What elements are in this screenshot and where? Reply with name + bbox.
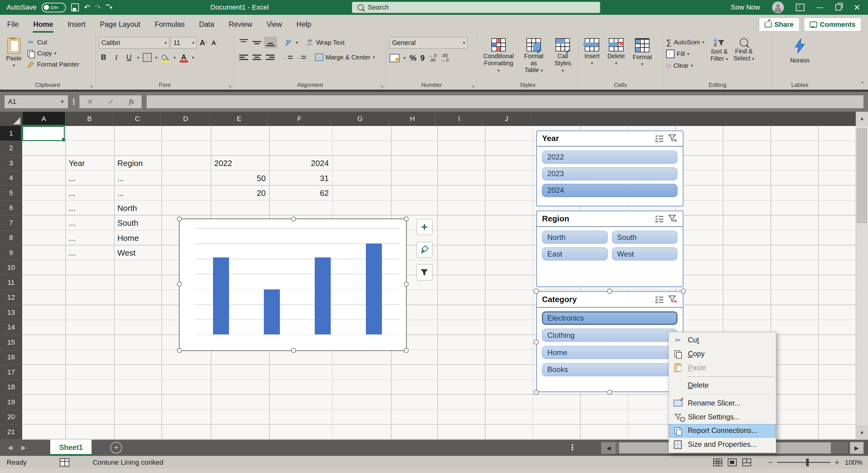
menu-item-slicer-settings[interactable]: Slicer Settings... [669, 410, 776, 424]
cell-c7[interactable]: South [118, 215, 138, 230]
page-break-view-button[interactable] [740, 456, 754, 469]
nonion-button[interactable]: Nonion [776, 37, 823, 65]
column-header-e[interactable]: E [210, 112, 268, 126]
zoom-slider[interactable] [777, 462, 830, 463]
column-header-f[interactable]: F [268, 112, 331, 126]
clear-button[interactable]: ◇Clear ▾ [666, 60, 704, 71]
row-header[interactable]: 21 [0, 425, 22, 439]
row-header[interactable]: 8 [0, 231, 22, 245]
menu-item-copy[interactable]: Copy [669, 347, 776, 361]
column-header-c[interactable]: C [114, 112, 161, 126]
tab-data[interactable]: Data [192, 15, 221, 34]
chart-styles-button[interactable] [416, 242, 432, 258]
clear-filter-icon[interactable] [668, 134, 678, 143]
cell-e4[interactable]: 50 [211, 171, 266, 186]
merge-center-button[interactable]: ↔ Marge & Center ▾ [315, 52, 375, 63]
row-header[interactable]: 2 [0, 141, 22, 156]
comments-button[interactable]: Comments [804, 18, 862, 31]
slicer-item-2024[interactable]: 2024 [542, 184, 678, 197]
row-header[interactable]: 3 [0, 156, 22, 171]
row-header[interactable]: 12 [0, 291, 22, 305]
align-middle-button[interactable] [251, 37, 263, 48]
sheet-nav-right-icon[interactable]: ▶ [21, 444, 26, 451]
slicer-resize-handle[interactable] [533, 289, 538, 294]
column-header-h[interactable]: H [389, 112, 436, 126]
share-button[interactable]: Share [759, 18, 799, 31]
tab-file[interactable]: File [0, 15, 26, 34]
cell-c6[interactable]: North [118, 201, 137, 215]
row-header[interactable]: 19 [0, 395, 22, 410]
copy-button[interactable]: Copy ▾ [27, 48, 79, 59]
vertical-scroll-thumb[interactable] [857, 128, 867, 223]
number-format-combo[interactable]: General▾ [390, 37, 468, 49]
slicer-item-clothing[interactable]: Clothing [542, 329, 678, 342]
menu-item-cut[interactable]: ✂ Cut [669, 333, 776, 347]
embedded-bar-chart[interactable] [179, 218, 407, 351]
bold-button[interactable]: B [99, 53, 108, 63]
menu-item-delete[interactable]: Delete [669, 378, 776, 392]
slicer-item-2023[interactable]: 2023 [542, 167, 678, 180]
cut-button[interactable]: ✂Cut [27, 37, 79, 47]
slicer-item-home[interactable]: Home [542, 346, 678, 359]
row-header[interactable]: 20 [0, 410, 22, 424]
undo-icon[interactable]: ↶ [84, 4, 90, 11]
sort-filter-button[interactable]: AZ Sort &Filter ▾ [708, 37, 731, 81]
font-size-combo[interactable]: 11▾ [171, 37, 197, 49]
sheet-tab-sheet1[interactable]: Sheet1 [50, 440, 92, 456]
slicer-resize-handle[interactable] [681, 289, 686, 294]
cell-c4[interactable]: ... [118, 171, 124, 186]
cell-b9[interactable]: ... [69, 245, 75, 260]
scroll-up-icon[interactable]: ▲ [856, 112, 868, 125]
align-left-button[interactable] [238, 52, 250, 63]
redo-icon[interactable]: ↷ [95, 4, 101, 11]
clipboard-dialog-launcher[interactable]: ↘ [89, 83, 93, 89]
cell-c3[interactable]: Region [118, 156, 143, 171]
grow-font-button[interactable]: A^ [198, 38, 208, 48]
slicer-item-books[interactable]: Books [542, 363, 678, 376]
page-layout-view-button[interactable] [725, 456, 740, 469]
row-header[interactable]: 6 [0, 201, 22, 215]
tab-review[interactable]: Review [221, 15, 259, 34]
slicer-year[interactable]: Year 2022 2023 2024 [536, 131, 683, 206]
chart-resize-handle[interactable] [177, 216, 182, 222]
zoom-slider-thumb[interactable] [806, 459, 809, 466]
autosave-toggle[interactable]: OH [41, 3, 66, 12]
accounting-format-icon[interactable] [390, 54, 400, 62]
cell-b5[interactable]: ... [69, 186, 75, 200]
search-box[interactable]: Search [352, 2, 600, 13]
cell-f4[interactable]: 31 [269, 171, 329, 186]
zoom-level[interactable]: 100% [845, 459, 863, 467]
sheet-nav-left-icon[interactable]: ◀ [8, 444, 12, 451]
select-all-corner[interactable] [0, 112, 23, 126]
tab-view[interactable]: View [259, 15, 289, 34]
multi-select-icon[interactable] [655, 296, 664, 303]
scroll-down-icon[interactable]: ▼ [856, 426, 868, 439]
align-right-button[interactable] [264, 52, 277, 63]
vertical-scrollbar[interactable]: ▲ ▼ [856, 112, 868, 440]
format-painter-button[interactable]: Format Painter [27, 59, 79, 70]
slicer-item-east[interactable]: East [542, 247, 608, 261]
column-header-j[interactable]: J [483, 112, 530, 126]
alignment-dialog-launcher[interactable]: ↘ [380, 83, 384, 89]
chart-bar-1[interactable] [213, 258, 229, 334]
menu-item-size-and-properties[interactable]: Size and Properties... [669, 438, 776, 451]
underline-button[interactable]: U [124, 53, 134, 63]
cell-f3[interactable]: 2024 [269, 156, 329, 171]
format-cells-button[interactable]: Format▾ [630, 37, 655, 81]
fill-color-button[interactable] [161, 53, 170, 63]
borders-button[interactable] [143, 53, 152, 63]
cell-b7[interactable]: ... [69, 215, 75, 230]
row-header[interactable]: 9 [0, 245, 22, 260]
column-header-g[interactable]: G [331, 112, 390, 126]
clear-filter-icon[interactable] [668, 215, 678, 223]
chart-bar-3[interactable] [315, 258, 331, 334]
slicer-item-electronics[interactable]: Electronics [542, 311, 678, 325]
row-header[interactable]: 13 [0, 305, 22, 320]
font-name-combo[interactable]: Calibri▾ [99, 37, 169, 49]
percent-style-button[interactable]: % [410, 54, 416, 63]
paste-button[interactable]: Paste▾ [3, 37, 24, 81]
row-header[interactable]: 1 [0, 126, 22, 141]
row-header[interactable]: 5 [0, 186, 22, 200]
cell-c8[interactable]: Home [118, 231, 139, 245]
shrink-font-button[interactable]: Aˇ [210, 38, 219, 48]
